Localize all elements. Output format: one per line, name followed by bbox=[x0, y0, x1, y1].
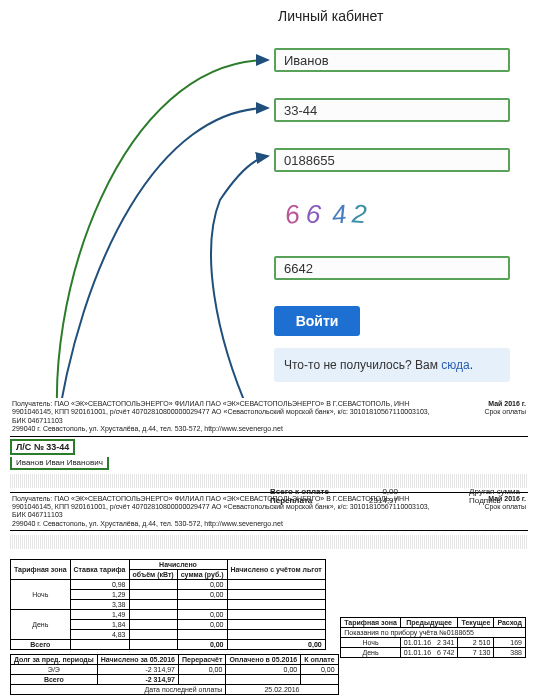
payee-row-2: Май 2016 г. Срок оплаты Получатель: ПАО … bbox=[10, 492, 528, 532]
summary-block: Всего к оплате0,00 Переплата2314,97 bbox=[270, 487, 398, 505]
login-button[interactable]: Войти bbox=[274, 306, 360, 336]
login-title: Личный кабинет bbox=[274, 8, 526, 24]
captcha-image: 6642 bbox=[274, 192, 384, 236]
other-sum-label: Другая сумма bbox=[469, 487, 520, 496]
meter-table: Тарифная зона Предыдущее Текущее Расход … bbox=[340, 617, 526, 658]
captcha-input[interactable] bbox=[274, 256, 510, 280]
payee-line: Получатель: ПАО «ЭК»СЕВАСТОПОЛЬЭНЕРГО» Ф… bbox=[12, 400, 432, 425]
account-name-box: Иванов Иван Иванович bbox=[10, 457, 109, 470]
overpay-label: Переплата bbox=[270, 496, 350, 505]
contract-input[interactable] bbox=[274, 148, 510, 172]
payee-row: Май 2016 г. Срок оплаты Получатель: ПАО … bbox=[10, 398, 528, 437]
tariff-table: Тарифная зона Ставка тарифа Начислено На… bbox=[10, 559, 326, 650]
overpay-value: 2314,97 bbox=[350, 496, 398, 505]
period-sub: Срок оплаты bbox=[484, 408, 526, 416]
help-text: Что-то не получилось? Вам bbox=[284, 358, 441, 372]
period-label: Май 2016 г. bbox=[484, 400, 526, 408]
account-input[interactable] bbox=[274, 98, 510, 122]
surname-input[interactable] bbox=[274, 48, 510, 72]
bill-document: Май 2016 г. Срок оплаты Получатель: ПАО … bbox=[10, 398, 528, 700]
help-box: Что-то не получилось? Вам сюда. bbox=[274, 348, 510, 382]
signature-block: Другая сумма Подпись bbox=[469, 487, 520, 505]
account-box: Л/С № 33-44 bbox=[10, 439, 75, 455]
total-value: 0,00 bbox=[350, 487, 398, 496]
help-link[interactable]: сюда bbox=[441, 358, 469, 372]
meter-title: Показания по прибору учёта №0188655 bbox=[341, 627, 526, 637]
total-label: Всего к оплате bbox=[270, 487, 350, 496]
barcode bbox=[10, 474, 528, 488]
debt-table: Долг за пред. периоды Начислено за 05.20… bbox=[10, 654, 339, 695]
addr-line: 299040 г. Севастополь, ул. Хрусталёва, д… bbox=[12, 425, 526, 433]
login-panel: Личный кабинет 6642 Войти Что-то не полу… bbox=[274, 8, 526, 382]
signature-label: Подпись bbox=[469, 496, 520, 505]
barcode-2 bbox=[10, 535, 528, 549]
